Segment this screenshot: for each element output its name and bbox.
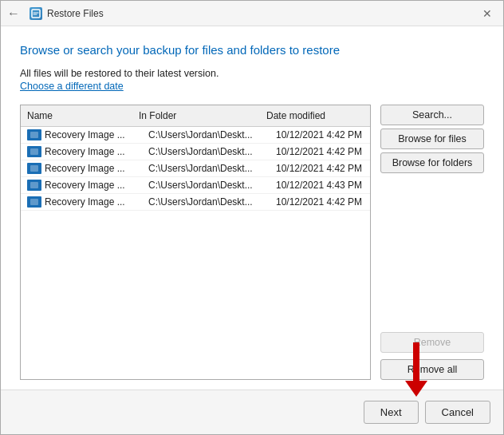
arrow-indicator	[405, 342, 427, 397]
file-name: Recovery Image ...	[45, 163, 142, 174]
table-row[interactable]: Recovery Image ... C:\Users\Jordan\Deskt…	[21, 177, 370, 194]
title-bar-left: ← Restore Files	[7, 6, 104, 21]
sidebar-buttons: Search... Browse for files Browse for fo…	[380, 105, 484, 381]
table-row[interactable]: Recovery Image ... C:\Users\Jordan\Deskt…	[21, 144, 370, 160]
content-area: Browse or search your backup for files a…	[1, 26, 503, 390]
file-folder: C:\Users\Jordan\Deskt...	[142, 180, 270, 191]
table-row[interactable]: Recovery Image ... C:\Users\Jordan\Deskt…	[21, 160, 370, 177]
choose-date-link[interactable]: Choose a different date	[20, 81, 484, 92]
file-icon	[27, 163, 41, 174]
file-date: 10/12/2021 4:42 PM	[270, 129, 370, 140]
file-name: Recovery Image ...	[45, 180, 142, 191]
col-name-header: Name	[21, 109, 132, 123]
col-folder-header: In Folder	[132, 109, 260, 123]
file-name: Recovery Image ...	[45, 196, 142, 208]
subtext: All files will be restored to their late…	[20, 68, 484, 79]
file-list-header: Name In Folder Date modified	[21, 105, 370, 127]
arrow-head	[405, 381, 427, 397]
file-date: 10/12/2021 4:42 PM	[270, 163, 370, 174]
window-title: Restore Files	[47, 8, 104, 19]
file-icon	[27, 196, 41, 208]
file-icon	[27, 129, 41, 140]
file-list-container[interactable]: Name In Folder Date modified Recovery Im…	[20, 105, 371, 381]
main-area: Name In Folder Date modified Recovery Im…	[20, 105, 484, 381]
file-rows: Recovery Image ... C:\Users\Jordan\Deskt…	[21, 127, 370, 211]
file-date: 10/12/2021 4:42 PM	[270, 196, 370, 208]
close-button[interactable]: ✕	[478, 4, 497, 23]
title-bar: ← Restore Files ✕	[1, 1, 503, 26]
footer: Next Cancel	[1, 390, 503, 434]
main-heading: Browse or search your backup for files a…	[20, 42, 484, 58]
cancel-button[interactable]: Cancel	[425, 401, 490, 424]
browse-files-button[interactable]: Browse for files	[380, 129, 484, 149]
back-button[interactable]: ←	[7, 6, 20, 21]
browse-folders-button[interactable]: Browse for folders	[380, 152, 484, 173]
remove-button: Remove	[380, 332, 484, 353]
file-folder: C:\Users\Jordan\Deskt...	[142, 146, 270, 157]
restore-files-window: ← Restore Files ✕ Browse or search your …	[0, 0, 504, 435]
file-name: Recovery Image ...	[45, 146, 142, 157]
col-date-header: Date modified	[260, 109, 370, 123]
table-row[interactable]: Recovery Image ... C:\Users\Jordan\Deskt…	[21, 127, 370, 144]
file-icon	[27, 180, 41, 191]
remove-all-button[interactable]: Remove all	[380, 359, 484, 380]
file-folder: C:\Users\Jordan\Deskt...	[142, 163, 270, 174]
file-date: 10/12/2021 4:42 PM	[270, 146, 370, 157]
file-folder: C:\Users\Jordan\Deskt...	[142, 129, 270, 140]
file-folder: C:\Users\Jordan\Deskt...	[142, 196, 270, 208]
table-row[interactable]: Recovery Image ... C:\Users\Jordan\Deskt…	[21, 194, 370, 211]
spacer	[380, 176, 484, 317]
file-name: Recovery Image ...	[45, 129, 142, 140]
next-button[interactable]: Next	[364, 401, 419, 424]
file-date: 10/12/2021 4:43 PM	[270, 180, 370, 191]
svg-rect-0	[32, 10, 40, 18]
search-button[interactable]: Search...	[380, 105, 484, 125]
file-icon	[27, 146, 41, 157]
arrow-shaft	[413, 342, 419, 381]
window-icon	[30, 7, 42, 20]
